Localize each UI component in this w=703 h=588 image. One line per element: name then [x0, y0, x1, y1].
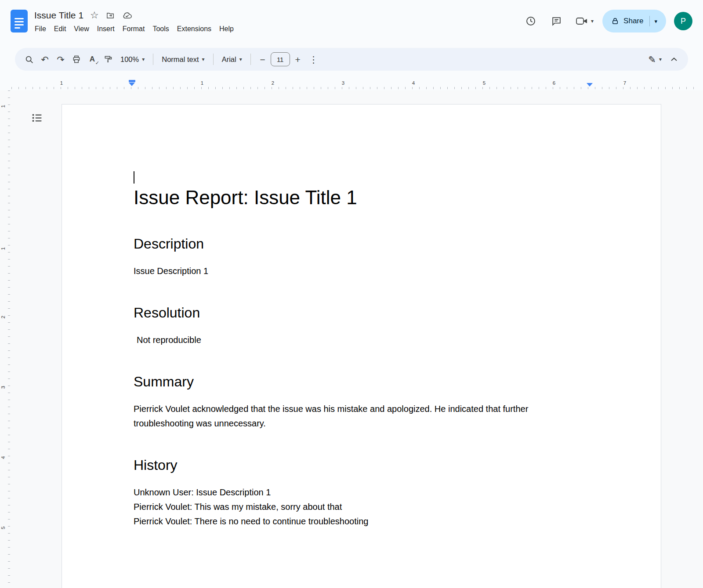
- collapse-toolbar-button[interactable]: [666, 51, 682, 67]
- section-body[interactable]: Issue Description 1: [134, 264, 591, 278]
- spellcheck-check-icon: ✓: [95, 60, 99, 66]
- section-heading-resolution[interactable]: Resolution: [134, 304, 591, 321]
- right-indent-marker[interactable]: [587, 83, 593, 87]
- search-menus-button[interactable]: [21, 51, 37, 67]
- title-row: Issue Title 1 ☆: [34, 8, 238, 23]
- toolbar: ↶ ↷ A ✓ 100%: [15, 48, 688, 71]
- redo-button[interactable]: ↷: [53, 51, 69, 67]
- chevron-down-icon: ▾: [202, 57, 205, 62]
- header-main: Issue Title 1 ☆ File Edit View: [34, 8, 238, 34]
- minus-icon: −: [260, 55, 265, 64]
- horizontal-ruler[interactable]: 1 1 2 3 4 5 6 7: [0, 76, 703, 90]
- ruler-ticks: [8, 90, 10, 588]
- font-family-value: Arial: [222, 55, 236, 64]
- star-icon[interactable]: ☆: [90, 11, 99, 20]
- menu-bar: File Edit View Insert Format Tools Exten…: [31, 24, 238, 34]
- printer-icon: [72, 55, 81, 64]
- history-clock-icon: [525, 15, 536, 27]
- ruler-number: 2: [272, 80, 274, 86]
- paragraph-style-select[interactable]: Normal text ▾: [157, 51, 209, 67]
- history-line[interactable]: Unknown User: Issue Description 1: [134, 485, 591, 500]
- font-size-input[interactable]: 11: [271, 52, 290, 66]
- header: Issue Title 1 ☆ File Edit View: [0, 0, 703, 42]
- chevron-down-icon: ▾: [659, 57, 662, 62]
- ruler-number: 6: [553, 80, 555, 86]
- ruler-number: 4: [0, 456, 6, 459]
- print-button[interactable]: [69, 51, 84, 67]
- left-indent-marker[interactable]: [129, 80, 135, 86]
- meet-button[interactable]: ▾: [571, 11, 598, 32]
- increase-font-size-button[interactable]: +: [290, 51, 306, 67]
- spellcheck-button[interactable]: A ✓: [84, 51, 100, 67]
- ruler-number: 1: [0, 105, 6, 108]
- chevron-down-icon: ▾: [142, 57, 145, 62]
- paint-format-button[interactable]: [100, 51, 116, 67]
- document-heading-title[interactable]: Issue Report: Issue Title 1: [134, 185, 591, 209]
- menu-help[interactable]: Help: [215, 24, 238, 34]
- section-body[interactable]: Not reproducible: [134, 333, 591, 347]
- history-line[interactable]: Pierrick Voulet: This was my mistake, so…: [134, 500, 591, 514]
- font-family-select[interactable]: Arial ▾: [217, 51, 246, 67]
- ruler-number: 2: [0, 316, 6, 318]
- section-heading-history[interactable]: History: [134, 456, 591, 474]
- docs-logo[interactable]: [11, 10, 28, 32]
- document-outline-button[interactable]: [28, 109, 46, 126]
- more-options-button[interactable]: ⋮: [306, 51, 322, 67]
- document-canvas: 1 1 2 3 4 5 Issue Report: Issue Title 1 …: [0, 90, 703, 588]
- menu-format[interactable]: Format: [119, 24, 149, 34]
- editing-mode-button[interactable]: ✎ ▾: [644, 51, 666, 67]
- section-heading-summary[interactable]: Summary: [134, 373, 591, 390]
- spellcheck-icon: A: [90, 55, 95, 64]
- lock-icon: [611, 17, 619, 25]
- cloud-saved-icon[interactable]: [122, 11, 133, 19]
- menu-view[interactable]: View: [70, 24, 93, 34]
- toolbar-divider: [153, 54, 153, 65]
- document-page[interactable]: Issue Report: Issue Title 1 Description …: [62, 104, 661, 588]
- ruler-number: 1: [201, 80, 203, 86]
- section-body[interactable]: Pierrick Voulet acknowledged that the is…: [134, 402, 591, 431]
- comments-button[interactable]: [546, 11, 567, 32]
- ruler-number: 3: [0, 386, 6, 389]
- ruler-number: 5: [0, 527, 6, 529]
- paragraph-style-value: Normal text: [162, 55, 199, 64]
- zoom-select[interactable]: 100% ▾: [116, 51, 149, 67]
- video-camera-icon: [576, 16, 588, 26]
- ruler-number: 1: [0, 247, 6, 250]
- zoom-value: 100%: [120, 55, 139, 64]
- share-dropdown-button[interactable]: ▾: [650, 18, 662, 25]
- ruler-number: 7: [623, 80, 626, 86]
- menu-tools[interactable]: Tools: [149, 24, 173, 34]
- share-label: Share: [623, 17, 643, 25]
- version-history-button[interactable]: [520, 11, 541, 32]
- section-heading-description[interactable]: Description: [134, 235, 591, 253]
- comment-icon: [551, 16, 562, 27]
- move-folder-icon[interactable]: [105, 11, 115, 20]
- text-cursor: [134, 171, 134, 184]
- header-actions: ▾ Share ▾ P: [520, 10, 699, 32]
- more-vertical-icon: ⋮: [309, 55, 318, 64]
- menu-file[interactable]: File: [31, 24, 50, 34]
- share-button[interactable]: Share ▾: [602, 10, 666, 32]
- menu-extensions[interactable]: Extensions: [173, 24, 215, 34]
- decrease-font-size-button[interactable]: −: [255, 51, 271, 67]
- menu-edit[interactable]: Edit: [50, 24, 70, 34]
- history-line[interactable]: Pierrick Voulet: There is no need to con…: [134, 514, 591, 529]
- menu-insert[interactable]: Insert: [93, 24, 119, 34]
- redo-icon: ↷: [57, 55, 65, 64]
- undo-button[interactable]: ↶: [37, 51, 53, 67]
- undo-icon: ↶: [41, 55, 49, 64]
- google-docs-app: Issue Title 1 ☆ File Edit View: [0, 0, 703, 588]
- document-title[interactable]: Issue Title 1: [34, 10, 83, 21]
- chevron-down-icon: ▾: [239, 57, 242, 62]
- outline-list-icon: [31, 112, 43, 124]
- vertical-ruler[interactable]: 1 1 2 3 4 5: [0, 90, 11, 588]
- toolbar-divider: [213, 54, 214, 65]
- search-icon: [25, 55, 34, 64]
- ruler-number: 1: [60, 80, 63, 86]
- pen-icon: ✎: [648, 55, 656, 64]
- toolbar-row: ↶ ↷ A ✓ 100%: [0, 42, 703, 76]
- chevron-up-icon: [671, 58, 677, 61]
- ruler-number: 3: [342, 80, 344, 86]
- ruler-ticks: [11, 87, 694, 89]
- avatar[interactable]: P: [674, 12, 692, 30]
